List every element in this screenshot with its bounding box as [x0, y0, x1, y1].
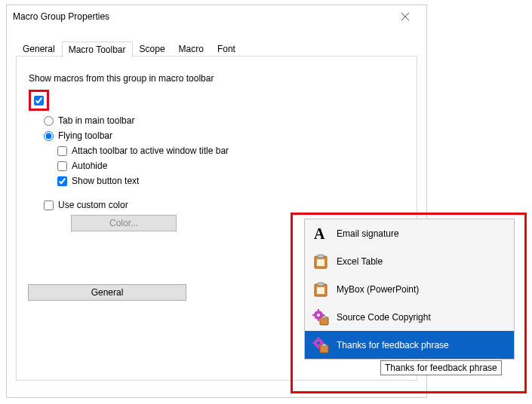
radio-row-main: Tab in main toolbar [44, 115, 404, 126]
use-custom-color-checkbox[interactable] [44, 200, 54, 210]
gear-clipboard-icon [309, 337, 332, 354]
tab-macro[interactable]: Macro [172, 41, 211, 57]
attach-checkbox[interactable] [57, 146, 67, 156]
attach-label: Attach toolbar to active window title ba… [72, 145, 229, 156]
svg-rect-14 [321, 314, 324, 316]
autohide-checkbox[interactable] [57, 161, 67, 171]
tooltip: Thanks for feedback phrase [380, 360, 502, 375]
tab-general[interactable]: General [16, 41, 62, 57]
svg-rect-8 [317, 287, 324, 294]
toolbar-item-label: Source Code Copyright [337, 312, 509, 323]
svg-rect-22 [321, 342, 324, 344]
show-button-text-checkbox[interactable] [57, 176, 67, 186]
toolbar-item-mybox-powerpoint[interactable]: MyBox (PowerPoint) [305, 275, 514, 303]
flying-label: Flying toolbar [58, 130, 112, 141]
svg-rect-20 [318, 346, 319, 349]
svg-point-10 [317, 314, 320, 317]
check-row-customcolor: Use custom color [44, 200, 404, 210]
autohide-label: Autohide [72, 161, 107, 171]
show-button-text-label: Show button text [72, 176, 139, 186]
svg-rect-4 [318, 255, 324, 258]
clipboard-icon [309, 253, 332, 270]
flying-radio[interactable] [44, 131, 54, 141]
svg-rect-19 [318, 337, 319, 340]
tab-main-radio[interactable] [44, 116, 54, 126]
toolbar-item-label: Thanks for feedback phrase [337, 340, 509, 350]
svg-rect-12 [318, 318, 319, 321]
toolbar-item-excel-table[interactable]: Excel Table [305, 247, 514, 275]
check-row-attach: Attach toolbar to active window title ba… [57, 145, 404, 156]
svg-point-18 [317, 341, 320, 344]
tab-main-label: Tab in main toolbar [58, 115, 134, 126]
svg-rect-24 [322, 344, 326, 346]
svg-rect-7 [318, 283, 324, 286]
title-bar: Macro Group Properties [7, 5, 426, 28]
svg-rect-11 [318, 309, 319, 312]
toolbar-item-label: Email signature [337, 228, 509, 239]
svg-rect-5 [317, 259, 324, 266]
tab-scope[interactable]: Scope [133, 41, 172, 57]
check-row-autohide: Autohide [57, 161, 404, 171]
toolbar-item-email-signature[interactable]: A Email signature [305, 219, 514, 247]
tab-font[interactable]: Font [211, 41, 242, 57]
show-group-checkbox[interactable] [34, 96, 44, 106]
svg-rect-13 [312, 314, 315, 316]
gear-clipboard-icon [309, 309, 332, 326]
svg-rect-21 [312, 342, 315, 344]
close-button[interactable] [390, 6, 420, 27]
general-button[interactable]: General [28, 284, 186, 301]
radio-row-flying: Flying toolbar [44, 130, 404, 141]
tab-macro-toolbar[interactable]: Macro Toolbar [62, 41, 133, 57]
tab-strip: General Macro Toolbar Scope Macro Font [7, 38, 426, 57]
color-button[interactable]: Color... [71, 215, 177, 231]
toolbar-item-source-code-copyright[interactable]: Source Code Copyright [305, 303, 514, 331]
close-icon [401, 13, 409, 20]
clipboard-icon [309, 281, 332, 298]
show-group-label: Show macros from this group in macro too… [29, 73, 404, 84]
flying-toolbar: A Email signature Excel Table MyBox (Pow… [304, 219, 515, 360]
toolbar-item-label: Excel Table [337, 256, 509, 267]
show-group-highlight [29, 90, 49, 111]
window-title: Macro Group Properties [13, 11, 390, 22]
use-custom-color-label: Use custom color [58, 200, 128, 210]
toolbar-item-thanks-feedback[interactable]: Thanks for feedback phrase [305, 331, 514, 359]
check-row-showtext: Show button text [57, 176, 404, 186]
svg-rect-16 [322, 316, 326, 318]
svg-text:A: A [314, 225, 325, 242]
text-icon: A [309, 225, 332, 242]
toolbar-item-label: MyBox (PowerPoint) [337, 284, 509, 295]
